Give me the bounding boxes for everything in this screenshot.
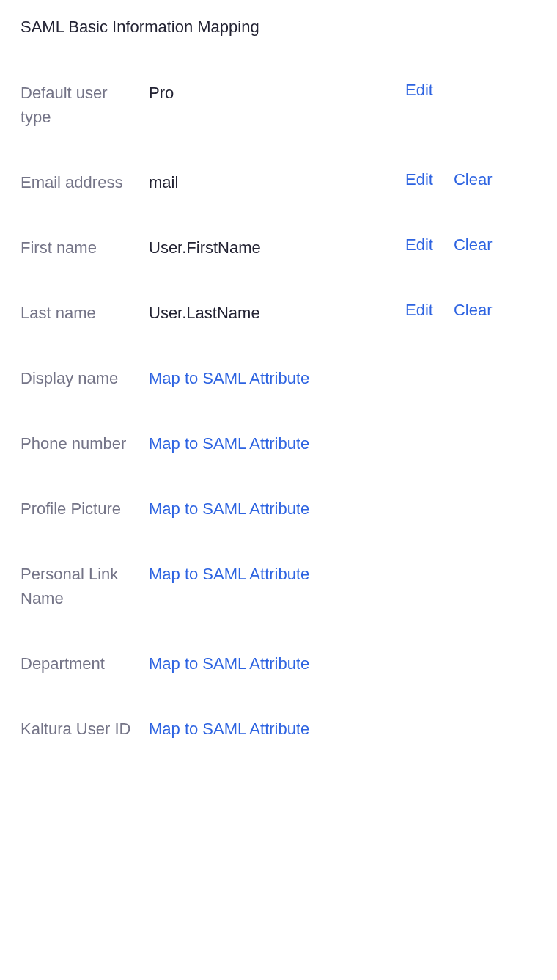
label-last-name: Last name (21, 301, 149, 325)
row-first-name: First name User.FirstName Edit Clear (21, 235, 536, 260)
row-personal-link-name: Personal Link Name Map to SAML Attribute (21, 562, 536, 610)
map-link-phone-number[interactable]: Map to SAML Attribute (149, 431, 405, 456)
value-default-user-type: Pro (149, 81, 405, 105)
value-last-name: User.LastName (149, 301, 405, 325)
row-kaltura-user-id: Kaltura User ID Map to SAML Attribute (21, 717, 536, 741)
clear-first-name[interactable]: Clear (454, 235, 493, 255)
label-phone-number: Phone number (21, 431, 149, 456)
edit-email-address[interactable]: Edit (405, 170, 433, 189)
row-profile-picture: Profile Picture Map to SAML Attribute (21, 497, 536, 521)
label-first-name: First name (21, 235, 149, 260)
label-kaltura-user-id: Kaltura User ID (21, 717, 149, 741)
map-link-profile-picture[interactable]: Map to SAML Attribute (149, 497, 405, 521)
mapping-table: Default user type Pro Edit Email address… (21, 81, 536, 741)
label-profile-picture: Profile Picture (21, 497, 149, 521)
row-email-address: Email address mail Edit Clear (21, 170, 536, 194)
clear-email-address[interactable]: Clear (454, 170, 493, 189)
edit-first-name[interactable]: Edit (405, 235, 433, 255)
label-display-name: Display name (21, 366, 149, 390)
map-link-display-name[interactable]: Map to SAML Attribute (149, 366, 405, 390)
clear-last-name[interactable]: Clear (454, 301, 493, 320)
edit-last-name[interactable]: Edit (405, 301, 433, 320)
section-title: SAML Basic Information Mapping (21, 18, 536, 37)
value-first-name: User.FirstName (149, 235, 405, 260)
map-link-personal-link-name[interactable]: Map to SAML Attribute (149, 562, 405, 586)
row-display-name: Display name Map to SAML Attribute (21, 366, 536, 390)
row-last-name: Last name User.LastName Edit Clear (21, 301, 536, 325)
map-link-kaltura-user-id[interactable]: Map to SAML Attribute (149, 717, 405, 741)
label-email-address: Email address (21, 170, 149, 194)
value-email-address: mail (149, 170, 405, 194)
row-phone-number: Phone number Map to SAML Attribute (21, 431, 536, 456)
row-department: Department Map to SAML Attribute (21, 651, 536, 676)
label-personal-link-name: Personal Link Name (21, 562, 149, 610)
row-default-user-type: Default user type Pro Edit (21, 81, 536, 129)
label-default-user-type: Default user type (21, 81, 149, 129)
label-department: Department (21, 651, 149, 676)
map-link-department[interactable]: Map to SAML Attribute (149, 651, 405, 676)
edit-default-user-type[interactable]: Edit (405, 81, 433, 100)
